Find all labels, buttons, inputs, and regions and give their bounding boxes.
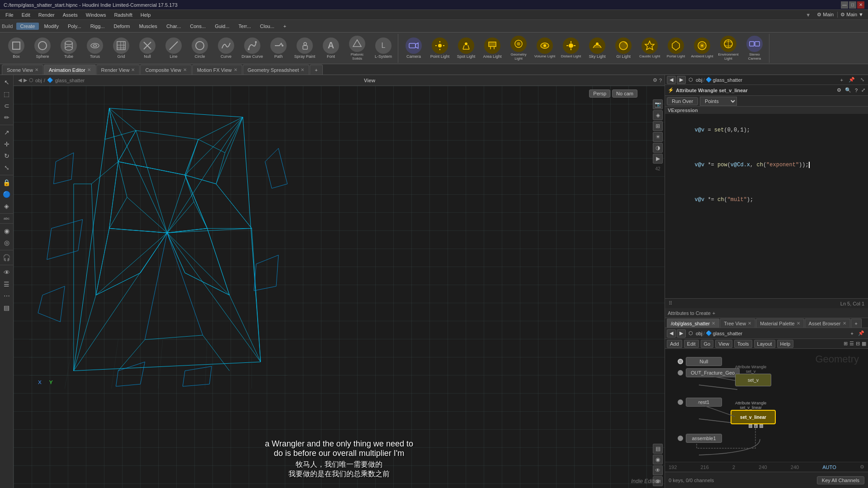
- node-path-obj[interactable]: obj: [696, 331, 703, 336]
- node-menu-layout[interactable]: Layout: [754, 340, 775, 348]
- rp-obj[interactable]: obj: [696, 77, 703, 83]
- shelf-add[interactable]: +: [280, 23, 290, 30]
- tool-lsystem[interactable]: L L-System: [371, 34, 396, 63]
- node-tab-glass-close[interactable]: ✕: [712, 321, 715, 326]
- breadcrumb-obj[interactable]: obj: [35, 78, 42, 83]
- rp-expand-btn[interactable]: ⤡: [859, 77, 866, 83]
- sidebar-headphones[interactable]: 🎧: [1, 252, 12, 263]
- tool-grid[interactable]: Grid: [108, 34, 134, 63]
- tool-sky-light[interactable]: Sky Light: [585, 34, 610, 63]
- tab-composite-view-close[interactable]: ✕: [183, 67, 187, 72]
- vp-icon-render[interactable]: ▶: [653, 154, 663, 164]
- tool-circle[interactable]: Circle: [187, 34, 212, 63]
- code-panel-search[interactable]: 🔍: [845, 87, 851, 93]
- shelf-guid[interactable]: Guid...: [211, 23, 233, 30]
- vp-icon-view2[interactable]: ◉: [653, 455, 663, 465]
- shelf-rigg[interactable]: Rigg...: [87, 23, 108, 30]
- tab-motion-fx-close[interactable]: ✕: [234, 67, 237, 72]
- sidebar-geo-node[interactable]: ◈: [1, 201, 12, 211]
- sidebar-layers[interactable]: ☰: [1, 279, 12, 290]
- sidebar-view2[interactable]: ◎: [1, 237, 12, 248]
- code-panel-question[interactable]: ?: [855, 88, 858, 93]
- sidebar-snap[interactable]: 🔒: [1, 177, 12, 188]
- tab-geo-spreadsheet[interactable]: Geometry Spreadsheet ✕: [243, 65, 310, 75]
- tool-box[interactable]: Box: [4, 34, 29, 63]
- node-tab-glass-shatter[interactable]: /obj/glass_shatter ✕: [667, 319, 719, 328]
- node-tab-material-close[interactable]: ✕: [797, 321, 800, 326]
- workspace-main[interactable]: ⚙ Main: [814, 12, 836, 18]
- tab-render-view[interactable]: Render View ✕: [96, 65, 140, 75]
- menu-windows[interactable]: Windows: [82, 11, 110, 19]
- node-tab-material-palette[interactable]: Material Palette ✕: [756, 319, 804, 328]
- tool-torus[interactable]: Torus: [82, 34, 108, 63]
- vp-icon-snap[interactable]: ⊞: [653, 121, 663, 131]
- tab-composite-view[interactable]: Composite View ✕: [140, 65, 191, 75]
- code-panel-settings[interactable]: ⚙: [837, 87, 841, 93]
- sidebar-abc[interactable]: abc: [1, 216, 12, 221]
- attrs-add-btn[interactable]: +: [712, 310, 715, 316]
- tab-animation-editor[interactable]: Animation Editor ✕: [44, 65, 96, 75]
- node-fracture-box[interactable]: OUT_Fracture_Geo: [686, 368, 740, 377]
- menu-edit[interactable]: Edit: [18, 11, 34, 19]
- rp-nav-fwd[interactable]: ▶: [677, 76, 686, 84]
- code-panel-expand[interactable]: ⤢: [861, 87, 865, 93]
- shelf-poly[interactable]: Poly...: [64, 23, 85, 30]
- sidebar-more[interactable]: ⋯: [1, 291, 12, 301]
- tool-line[interactable]: Line: [161, 34, 186, 63]
- auto-update-btn[interactable]: AUTΟ: [822, 465, 836, 470]
- rp-pin-btn[interactable]: 📌: [847, 77, 857, 83]
- tool-spot-light[interactable]: Spot Light: [453, 34, 479, 63]
- node-tab-tree-close[interactable]: ✕: [748, 321, 751, 326]
- node-menu-edit[interactable]: Edit: [684, 340, 699, 348]
- tool-tube[interactable]: Tube: [56, 34, 81, 63]
- node-view-icon4[interactable]: ▦: [862, 341, 866, 347]
- node-null[interactable]: Null: [674, 356, 726, 367]
- maximize-btn[interactable]: □: [849, 1, 856, 9]
- node-add-btn[interactable]: +: [849, 331, 855, 336]
- tool-ambient-light[interactable]: Ambient Light: [689, 34, 715, 63]
- tool-sphere[interactable]: Sphere: [30, 34, 55, 63]
- node-out-fracture[interactable]: OUT_Fracture_Geo: [674, 367, 743, 379]
- node-menu-help[interactable]: Help: [777, 340, 794, 348]
- node-menu-add[interactable]: Add: [667, 340, 682, 348]
- viewport-canvas[interactable]: X Y Persp No cam 📷 ◈ ⊞ ☀ ◑ ▶ 42 ▤ ◉: [14, 86, 665, 488]
- breadcrumb-nav-fwd[interactable]: ▶: [24, 77, 27, 83]
- node-rest1-box[interactable]: rest1: [686, 398, 722, 407]
- tool-geometry-light[interactable]: Geometry Light: [506, 34, 531, 63]
- node-assemble1-box[interactable]: assemble1: [686, 434, 722, 443]
- sidebar-rotate[interactable]: ↻: [1, 150, 12, 161]
- node-tab-tree-view[interactable]: Tree View ✕: [720, 319, 755, 328]
- node-pin-btn[interactable]: 📌: [856, 330, 866, 336]
- tab-render-view-close[interactable]: ✕: [131, 67, 135, 72]
- shelf-modify[interactable]: Modify: [41, 23, 62, 30]
- node-menu-tools[interactable]: Tools: [734, 340, 752, 348]
- run-over-btn[interactable]: Run Over: [667, 97, 698, 105]
- close-btn[interactable]: ✕: [857, 1, 864, 9]
- breadcrumb-node[interactable]: glass_shatter: [55, 78, 85, 83]
- tool-font[interactable]: A Font: [318, 34, 344, 63]
- sidebar-brush[interactable]: ✏: [1, 112, 12, 123]
- sidebar-panel[interactable]: ▤: [1, 302, 12, 313]
- tool-area-light[interactable]: Area Light: [480, 34, 505, 63]
- tool-distant-light[interactable]: Distant Light: [558, 34, 584, 63]
- shelf-create[interactable]: Create: [16, 23, 38, 30]
- breadcrumb-nav-back[interactable]: ◀: [18, 77, 22, 83]
- vp-icon-light[interactable]: ☀: [653, 132, 663, 142]
- shelf-clou[interactable]: Clou...: [256, 23, 278, 30]
- tab-add[interactable]: +: [310, 65, 322, 75]
- shelf-deform[interactable]: Deform: [110, 23, 133, 30]
- sidebar-magnet[interactable]: 🔵: [1, 189, 12, 200]
- tab-scene-view-close[interactable]: ✕: [35, 67, 38, 72]
- code-resize-handle[interactable]: ⠿: [669, 300, 672, 306]
- shelf-terr[interactable]: Terr...: [235, 23, 255, 30]
- menu-assets[interactable]: Assets: [59, 11, 81, 19]
- minimize-btn[interactable]: —: [841, 1, 848, 9]
- persp-button[interactable]: Persp: [589, 89, 610, 98]
- sidebar-scale[interactable]: ⤡: [1, 162, 12, 173]
- tool-environment-light[interactable]: Environment Light: [716, 34, 741, 63]
- node-view-icon1[interactable]: ⊞: [844, 341, 848, 347]
- tool-curve[interactable]: Curve: [213, 34, 239, 63]
- sidebar-eye[interactable]: 👁: [1, 267, 12, 278]
- vp-icon-view3[interactable]: 👁: [653, 465, 663, 475]
- node-menu-view[interactable]: View: [715, 340, 732, 348]
